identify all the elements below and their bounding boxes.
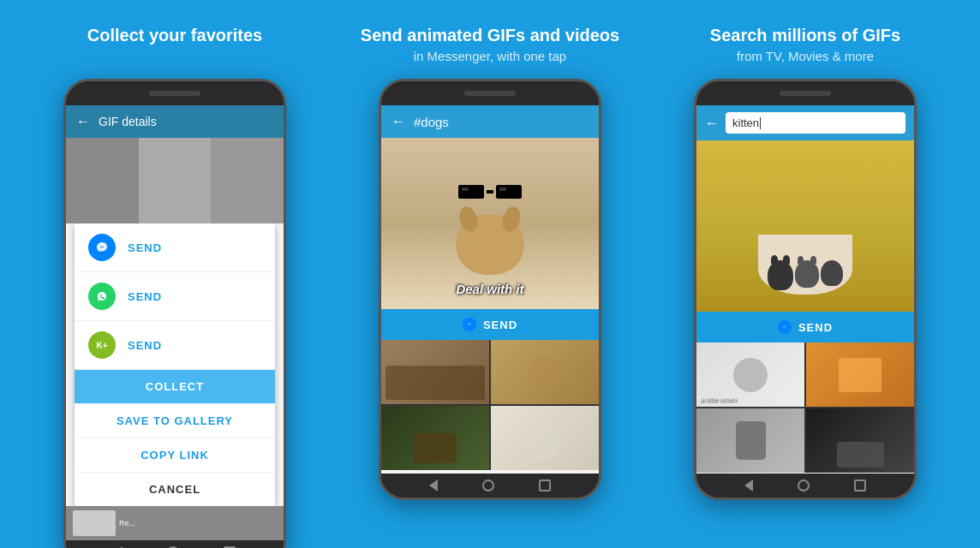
kitten-1 [768, 260, 793, 290]
copy-link-label: COPY LINK [140, 449, 209, 462]
search-input-field[interactable]: kitten [726, 112, 905, 134]
phone-3: ← kitten [694, 79, 917, 500]
kitten-3 [821, 260, 843, 286]
phone2-recents-nav[interactable] [539, 480, 551, 491]
svg-point-2 [465, 320, 474, 329]
search-input-value: kitten [732, 116, 759, 129]
gif-details-title: GIF details [99, 115, 157, 128]
svg-point-3 [780, 323, 789, 331]
messenger-send-label: SEND [128, 241, 162, 254]
search-grid-item-3[interactable] [696, 408, 804, 473]
phone2-top-bar [381, 81, 599, 105]
dogs-gif-grid [381, 340, 599, 470]
phone3-top-bar [696, 81, 914, 105]
search-cursor [760, 117, 761, 129]
send-messenger-icon [463, 318, 476, 331]
phone2-speaker [464, 91, 516, 96]
back-arrow-icon[interactable]: ← [76, 114, 90, 129]
messenger-icon [88, 234, 116, 261]
phone3-bottom-bar [696, 474, 914, 497]
cancel-item[interactable]: CANCEL [75, 473, 275, 506]
collect-item[interactable]: COLLECT [75, 370, 275, 404]
search-send-icon [778, 320, 792, 334]
sg-lens-right [496, 185, 522, 199]
phone2-back-nav[interactable] [429, 480, 438, 491]
bottom-thumb-1 [73, 510, 116, 536]
whatsapp-icon [88, 283, 116, 310]
grid-text-1: a little kitten [700, 396, 736, 403]
bottom-label: Re... [119, 519, 135, 527]
search-gif-grid: a little kitten [696, 342, 914, 473]
phone1-screen: ← GIF details [66, 105, 284, 540]
sg-bridge [487, 190, 493, 194]
dogs-grid-item-4[interactable] [491, 406, 599, 470]
panel1-subtitle [173, 49, 176, 63]
gif-thumbnail-strip [66, 138, 284, 223]
dogs-grid-item-2[interactable] [491, 340, 599, 404]
search-grid-item-4[interactable] [806, 408, 914, 473]
dogs-grid-item-1[interactable] [381, 340, 489, 404]
search-bar: ← kitten [696, 105, 914, 140]
sunglasses [458, 185, 522, 199]
gif-thumb-2 [139, 138, 212, 223]
phone3-recents-nav[interactable] [854, 480, 866, 491]
panel2-title: Send animated GIFs and videos [361, 26, 619, 45]
phone3-speaker [780, 91, 831, 96]
kitten-2 [795, 260, 819, 288]
kittens-group [768, 260, 843, 290]
phone3-home-nav[interactable] [798, 480, 810, 491]
bottom-strip: Re... [66, 506, 284, 540]
phone2-bottom-bar [381, 474, 599, 497]
save-to-gallery-label: SAVE TO GALLERY [117, 414, 233, 427]
search-send-label: SEND [798, 321, 833, 334]
phone2-home-nav[interactable] [482, 480, 494, 491]
panel2-subtitle: in Messenger, with one tap [414, 49, 566, 63]
whatsapp-send-label: SEND [128, 290, 162, 303]
cancel-label: CANCEL [149, 483, 200, 496]
kitten-main-gif [696, 140, 914, 312]
gif-thumb-1 [66, 138, 139, 223]
whatsapp-send-item[interactable]: SEND [75, 272, 275, 321]
gif-thumb-3 [211, 138, 284, 223]
dog-shape [456, 215, 524, 275]
phone1-bottom-bar [66, 540, 284, 548]
phone-1: ← GIF details [63, 79, 286, 548]
kik-icon: K+ [88, 331, 116, 359]
phone1-top-bar [66, 81, 284, 105]
search-send-button[interactable]: SEND [696, 312, 914, 342]
dogs-back-arrow[interactable]: ← [391, 114, 405, 129]
dogs-title: #dogs [414, 115, 449, 129]
search-grid-item-2[interactable] [806, 342, 914, 407]
phone1-speaker [149, 91, 200, 96]
collect-label: COLLECT [146, 380, 204, 393]
dogs-send-label: SEND [483, 319, 517, 331]
dogs-main-gif: Deal with it [381, 138, 599, 309]
phone3-screen: ← kitten [696, 105, 914, 474]
dog-head [456, 215, 524, 275]
deal-with-it-text: Deal with it [456, 282, 523, 296]
phone3-back-nav[interactable] [744, 480, 753, 491]
sg-lens-left [458, 185, 484, 199]
search-back-arrow[interactable]: ← [705, 116, 719, 131]
panel3-subtitle: from TV, Movies & more [737, 49, 874, 63]
dogs-send-button[interactable]: SEND [381, 309, 599, 340]
dogs-grid-item-3[interactable] [381, 406, 489, 470]
menu-overlay: SEND SEND [75, 223, 275, 506]
main-container: Collect your favorites ← GIF details [0, 0, 980, 548]
messenger-send-item[interactable]: SEND [75, 223, 275, 272]
phone2-screen: ← #dogs [381, 105, 599, 474]
dogs-bar: ← #dogs [381, 105, 599, 138]
search-grid-item-1[interactable]: a little kitten [696, 342, 804, 407]
panel-search: Search millions of GIFs from TV, Movies … [660, 26, 951, 500]
panel1-title: Collect your favorites [87, 26, 263, 45]
kik-send-label: SEND [128, 339, 162, 352]
kik-send-item[interactable]: K+ SEND [75, 321, 275, 370]
panel-send: Send animated GIFs and videos in Messeng… [344, 26, 636, 500]
copy-link-item[interactable]: COPY LINK [75, 438, 275, 473]
phone-2: ← #dogs [379, 79, 601, 500]
gif-details-bar: ← GIF details [66, 105, 284, 138]
panel3-title: Search millions of GIFs [710, 26, 900, 45]
save-to-gallery-item[interactable]: SAVE TO GALLERY [75, 404, 275, 438]
panel-collect: Collect your favorites ← GIF details [29, 26, 320, 548]
